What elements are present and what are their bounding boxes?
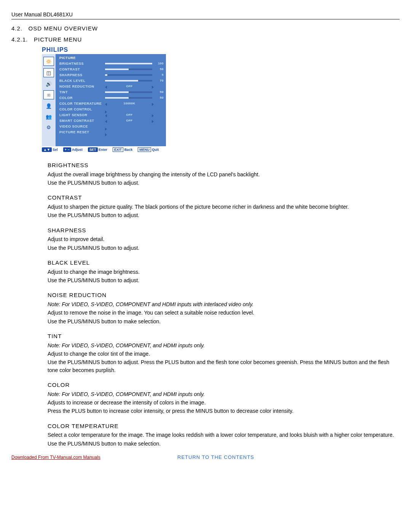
entry-title: BRIGHTNESS — [48, 161, 400, 169]
entry-title: SHARPNESS — [48, 226, 400, 235]
entry-line: Use the PLUS/MINUS button to adjust. — [48, 211, 400, 219]
menu-row: COLOR TEMPERATURE10000K — [56, 101, 166, 106]
menu-heading: PICTURE — [56, 55, 166, 61]
entry-note: Note: For VIDEO, S-VIDEO, COMPONENT, and… — [48, 342, 400, 349]
menu-label: VIDEO SOURCE — [59, 125, 105, 128]
screen-tab-icon: ◫ — [43, 68, 54, 77]
subsection-title: PICTURE MENU — [34, 36, 82, 43]
entry-line: Adjust to change the color tint of the i… — [48, 350, 400, 358]
slider-value: 50 — [154, 96, 164, 99]
pip-tab-icon: ▯▯ — [43, 90, 54, 99]
slider-bar — [105, 63, 152, 64]
osd-panel: PICTUREBRIGHTNESS100CONTRAST50SHARPNESS5… — [56, 54, 166, 146]
arrow-right-icon — [152, 114, 154, 117]
slider-bar — [105, 69, 152, 70]
slider-bar — [105, 97, 152, 99]
osd-sidebar: 🔅 ◫ 🔊 ▯▯ 👤 👥 ⚙ — [42, 54, 56, 146]
description-list: BRIGHTNESSAdjust the overall image brigh… — [48, 161, 400, 447]
description-entry: COLORNote: For VIDEO, S-VIDEO, COMPONENT… — [48, 381, 400, 415]
entry-line: Select a color temperature for the image… — [48, 431, 400, 439]
slider-value: 100 — [154, 62, 164, 65]
menu-row: LIGHT SENSOROFF — [56, 112, 166, 118]
menu-label: COLOR — [59, 96, 105, 100]
menu-row: SMART CONTRASTOFF — [56, 118, 166, 123]
arrow-right-icon — [105, 128, 107, 131]
menu-row: CONTRAST50 — [56, 66, 166, 72]
menu-row: SHARPNESS5 — [56, 72, 166, 78]
select-value: OFF — [105, 85, 154, 88]
slider-value: 50 — [154, 90, 164, 94]
entry-note: Note: For VIDEO, S-VIDEO, COMPONENT and … — [48, 300, 400, 308]
osd-hints: ▲▼ Sel + − Adjust SET Enter EXIT Back ME… — [42, 148, 400, 152]
entry-line: Use the PLUS/MINUS button to adjust. — [48, 276, 400, 284]
select-value: 10000K — [105, 102, 154, 105]
download-link[interactable]: Downloaded From TV-Manual.com Manuals — [11, 455, 100, 460]
hint-back: Back — [124, 148, 133, 152]
arrow-right-icon — [152, 120, 154, 123]
entry-title: COLOR — [48, 381, 400, 389]
arrow-right-icon — [105, 133, 107, 136]
entry-note: Note: For VIDEO, S-VIDEO, COMPONENT, and… — [48, 390, 400, 398]
arrow-left-icon — [105, 86, 107, 89]
select-value: OFF — [105, 119, 154, 122]
entry-line: Press the PLUS button to increase color … — [48, 407, 400, 415]
slider-bar — [105, 91, 152, 93]
return-link[interactable]: RETURN TO THE CONTENTS — [177, 454, 254, 460]
entry-line: Adjust the overall image brightness by c… — [48, 171, 400, 178]
arrow-left-icon — [105, 114, 107, 117]
osd-figure: PHILIPS 🔅 ◫ 🔊 ▯▯ 👤 👥 ⚙ PICTUREBRIGHTNESS… — [42, 46, 400, 152]
entry-title: BLACK LEVEL — [48, 259, 400, 267]
entry-title: NOISE REDUCTION — [48, 291, 400, 299]
updown-icon: ▲▼ — [42, 147, 52, 152]
menu-row: COLOR CONTROL — [56, 106, 166, 112]
menu-label: COLOR CONTROL — [59, 107, 105, 111]
page-footer: Downloaded From TV-Manual.com Manuals RE… — [11, 454, 400, 460]
entry-line: Adjust to improve detail. — [48, 235, 400, 243]
exit-button-icon: EXIT — [113, 147, 123, 152]
menu-label: SHARPNESS — [59, 73, 105, 77]
menu-label: LIGHT SENSOR — [59, 113, 105, 117]
hint-adjust: Adjust — [72, 148, 83, 152]
menu-row: VIDEO SOURCE — [56, 123, 166, 129]
description-entry: NOISE REDUCTIONNote: For VIDEO, S-VIDEO,… — [48, 291, 400, 325]
hint-sel: Sel — [53, 148, 58, 152]
entry-line: Adjusts to increase or decrease the inte… — [48, 399, 400, 406]
arrow-right-icon — [152, 86, 154, 89]
subsection-number: 4.2.1. — [11, 36, 28, 43]
slider-bar — [105, 74, 152, 76]
plusminus-icon: + − — [63, 147, 71, 152]
section-heading: 4.2. OSD MENU OVERVIEW — [11, 25, 400, 32]
menu-label: NOISE REDUCTION — [59, 85, 105, 88]
entry-line: Adjust to change the image brightness. — [48, 268, 400, 276]
hint-quit: Quit — [152, 148, 159, 152]
picture-tab-icon: 🔅 — [43, 57, 54, 66]
subsection-heading: 4.2.1. PICTURE MENU — [11, 36, 400, 43]
slider-value: 50 — [154, 67, 164, 71]
entry-title: CONTRAST — [48, 193, 400, 202]
menu-row: BLACK LEVEL70 — [56, 78, 166, 83]
hint-enter: Enter — [99, 148, 107, 152]
menu-label: COLOR TEMPERATURE — [59, 102, 105, 105]
entry-title: TINT — [48, 332, 400, 340]
menu-label: SMART CONTRAST — [59, 119, 105, 123]
arrow-left-icon — [105, 120, 107, 123]
config1-tab-icon: 👤 — [44, 102, 54, 110]
slider-value: 70 — [154, 79, 164, 82]
page-header: User Manual BDL4681XU — [11, 11, 400, 19]
menu-label: BLACK LEVEL — [59, 79, 105, 83]
menu-row: PICTURE RESET — [56, 129, 166, 135]
entry-line: Use the PLUS/MINUS button to make select… — [48, 440, 400, 447]
set-button-icon: SET — [88, 147, 98, 152]
entry-line: Adjust to sharpen the picture quality. T… — [48, 203, 400, 211]
description-entry: BLACK LEVELAdjust to change the image br… — [48, 259, 400, 284]
audio-tab-icon: 🔊 — [44, 80, 54, 88]
description-entry: SHARPNESSAdjust to improve detail.Use th… — [48, 226, 400, 252]
menu-row: BRIGHTNESS100 — [56, 61, 166, 66]
menu-row: COLOR50 — [56, 95, 166, 101]
menu-label: BRIGHTNESS — [59, 62, 105, 66]
advanced-tab-icon: ⚙ — [44, 123, 54, 131]
header-title: User Manual BDL4681XU — [11, 11, 73, 18]
menu-button-icon: MENU — [138, 147, 151, 152]
entry-line: Adjust to remove the noise in the image.… — [48, 309, 400, 316]
description-entry: CONTRASTAdjust to sharpen the picture qu… — [48, 193, 400, 219]
